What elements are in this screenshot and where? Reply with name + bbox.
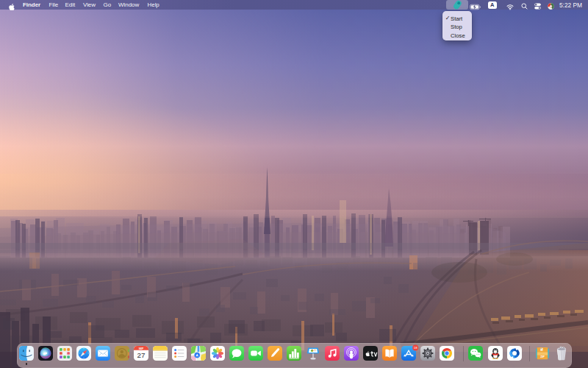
- svg-text:18: 18: [414, 346, 417, 350]
- svg-text:ZIP: ZIP: [540, 355, 545, 358]
- svg-text:SEP: SEP: [139, 347, 144, 350]
- svg-text:27: 27: [137, 351, 146, 359]
